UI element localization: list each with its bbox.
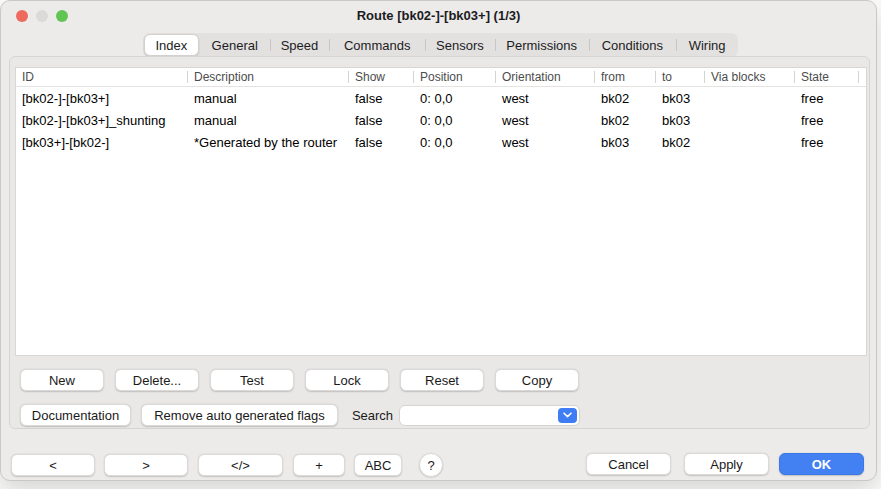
cell-to: bk03 xyxy=(656,113,705,128)
table-row[interactable]: [bk03+]-[bk02-] *Generated by the router… xyxy=(16,131,866,153)
tab-label: Conditions xyxy=(602,38,663,53)
cell-from: bk02 xyxy=(595,91,656,106)
cell-from: bk03 xyxy=(595,135,656,150)
cell-position: 0: 0,0 xyxy=(414,113,496,128)
actions-row: New Delete... Test Lock Reset Copy xyxy=(20,369,579,391)
new-button[interactable]: New xyxy=(20,369,104,391)
cell-state: free xyxy=(795,135,859,150)
tab-commands[interactable]: Commands xyxy=(329,33,425,57)
tab-general[interactable]: General xyxy=(200,33,270,57)
tab-label: Sensors xyxy=(436,38,484,53)
column-header-position: Position xyxy=(414,68,496,86)
cell-orientation: west xyxy=(496,135,595,150)
tab-wiring[interactable]: Wiring xyxy=(676,33,738,57)
column-header-state: State xyxy=(795,68,859,86)
tab-bar: Index General Speed Commands Sensors Per… xyxy=(143,33,738,57)
tab-label: General xyxy=(212,38,258,53)
previous-button[interactable]: < xyxy=(11,454,95,476)
cell-position: 0: 0,0 xyxy=(414,91,496,106)
search-dropdown-button[interactable] xyxy=(558,408,577,423)
tab-label: Wiring xyxy=(689,38,726,53)
test-button[interactable]: Test xyxy=(210,369,294,391)
column-header-show: Show xyxy=(349,68,414,86)
secondary-actions-row: Documentation Remove auto generated flag… xyxy=(20,404,580,426)
tab-label: Speed xyxy=(281,38,319,53)
column-header-description: Description xyxy=(188,68,349,86)
tab-label: Permissions xyxy=(506,38,577,53)
plus-button[interactable]: + xyxy=(293,454,345,476)
navigation-row: < > </> + ABC ? xyxy=(11,453,443,477)
tab-label: Index xyxy=(156,38,188,53)
delete-button[interactable]: Delete... xyxy=(115,369,199,391)
tab-speed[interactable]: Speed xyxy=(270,33,330,57)
column-header-id: ID xyxy=(16,68,188,86)
cell-to: bk03 xyxy=(656,91,705,106)
index-tab-panel: ID Description Show Position Orientation… xyxy=(9,56,870,429)
lock-button[interactable]: Lock xyxy=(305,369,389,391)
apply-button[interactable]: Apply xyxy=(684,453,769,475)
table-header-row: ID Description Show Position Orientation… xyxy=(16,68,866,87)
cell-state: free xyxy=(795,113,859,128)
column-header-orientation: Orientation xyxy=(496,68,595,86)
search-label: Search xyxy=(349,408,396,423)
cell-orientation: west xyxy=(496,91,595,106)
tab-label: Commands xyxy=(344,38,410,53)
search-input[interactable] xyxy=(406,406,546,425)
cell-from: bk02 xyxy=(595,113,656,128)
dialog-footer: Cancel Apply OK xyxy=(586,453,864,475)
tab-permissions[interactable]: Permissions xyxy=(495,33,589,57)
next-button[interactable]: > xyxy=(104,454,188,476)
table-row[interactable]: [bk02-]-[bk03+]_shunting manual false 0:… xyxy=(16,109,866,131)
column-header-via-blocks: Via blocks xyxy=(705,68,795,86)
cell-id: [bk02-]-[bk03+] xyxy=(16,91,188,106)
chevron-down-icon xyxy=(563,412,572,418)
cell-id: [bk03+]-[bk02-] xyxy=(16,135,188,150)
title-bar: Route [bk02-]-[bk03+] (1/3) xyxy=(1,1,876,31)
cell-show: false xyxy=(349,91,414,106)
cell-description: manual xyxy=(188,113,349,128)
ok-button[interactable]: OK xyxy=(779,453,864,475)
column-header-to: to xyxy=(656,68,705,86)
window-title: Route [bk02-]-[bk03+] (1/3) xyxy=(1,8,876,23)
cell-id: [bk02-]-[bk03+]_shunting xyxy=(16,113,188,128)
cell-description: *Generated by the router xyxy=(188,135,349,150)
cell-description: manual xyxy=(188,91,349,106)
routes-table: ID Description Show Position Orientation… xyxy=(15,67,867,356)
documentation-button[interactable]: Documentation xyxy=(20,404,131,426)
tab-sensors[interactable]: Sensors xyxy=(425,33,495,57)
abc-button[interactable]: ABC xyxy=(354,454,402,476)
route-dialog-window: Route [bk02-]-[bk03+] (1/3) Index Genera… xyxy=(0,0,877,481)
cell-state: free xyxy=(795,91,859,106)
remove-auto-generated-flags-button[interactable]: Remove auto generated flags xyxy=(141,404,338,426)
cell-position: 0: 0,0 xyxy=(414,135,496,150)
tab-index[interactable]: Index xyxy=(144,34,199,56)
cell-to: bk02 xyxy=(656,135,705,150)
column-header-from: from xyxy=(595,68,656,86)
copy-button[interactable]: Copy xyxy=(495,369,579,391)
reset-button[interactable]: Reset xyxy=(400,369,484,391)
tab-conditions[interactable]: Conditions xyxy=(589,33,677,57)
cancel-button[interactable]: Cancel xyxy=(586,453,671,475)
xml-code-button[interactable]: </> xyxy=(198,454,283,476)
cell-show: false xyxy=(349,135,414,150)
help-button[interactable]: ? xyxy=(419,453,443,477)
cell-show: false xyxy=(349,113,414,128)
search-combo-box[interactable] xyxy=(399,405,580,426)
cell-orientation: west xyxy=(496,113,595,128)
table-row[interactable]: [bk02-]-[bk03+] manual false 0: 0,0 west… xyxy=(16,87,866,109)
